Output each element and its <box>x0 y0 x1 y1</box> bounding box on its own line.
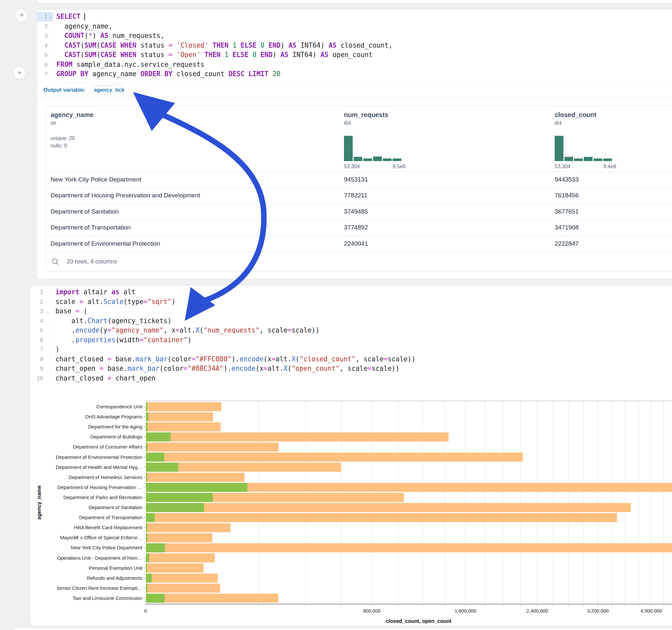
column-header-agency_name[interactable]: agency_namestrunique: 20nulls: 0 <box>46 106 339 171</box>
x-tick-label: 1,600,000 <box>455 608 476 613</box>
open-count-bar[interactable] <box>146 493 213 502</box>
output-variable-row: Output variable: agency_tickets <box>37 83 672 97</box>
closed-count-bar[interactable] <box>146 402 221 411</box>
table-header-row: agency_namestrunique: 20nulls: 0num_requ… <box>46 106 672 171</box>
line-number: 7 <box>30 345 50 355</box>
output-variable-label: Output variable: <box>44 87 86 93</box>
table-cell: Department of Sanitation <box>46 204 339 220</box>
closed-count-bar[interactable] <box>146 574 218 583</box>
open-count-bar[interactable] <box>146 584 147 593</box>
closed-count-bar[interactable] <box>146 584 220 593</box>
code-line[interactable]: 2scale = alt.Scale(type="sqrt") <box>30 297 672 307</box>
code-line[interactable]: 6 .properties(width="container") <box>30 335 672 345</box>
open-count-bar[interactable] <box>146 473 147 482</box>
code-text: chart_closed = base.mark_bar(color="#FFC… <box>50 355 415 364</box>
search-icon[interactable] <box>51 258 59 266</box>
closed-count-bar[interactable] <box>146 442 279 452</box>
y-axis-label: Taxi and Limousine Commission <box>73 595 142 601</box>
closed-count-bar[interactable] <box>146 432 449 441</box>
column-type: i64 <box>555 120 672 126</box>
open-count-bar[interactable] <box>146 513 154 522</box>
closed-count-bar[interactable] <box>146 533 212 542</box>
histogram-bar <box>603 159 612 161</box>
collapse-chevron-icon[interactable]: ⌄ <box>49 12 52 22</box>
code-line[interactable]: 10chart_closed + chart_open <box>30 374 672 383</box>
table-cell: 3774892 <box>339 220 550 236</box>
histogram-range-labels: 53,3049.4e6 <box>555 164 616 169</box>
closed-count-bar[interactable] <box>146 563 203 573</box>
histogram-bar <box>555 136 563 161</box>
code-line[interactable]: 4 CAST(SUM(CASE WHEN status = 'Closed' T… <box>37 41 672 51</box>
column-header-num_requests[interactable]: num_requestsi6453,3049.5e6 <box>339 106 550 171</box>
open-count-bar[interactable] <box>146 574 152 583</box>
open-count-bar[interactable] <box>146 554 149 563</box>
code-line[interactable]: 5 CAST(SUM(CASE WHEN status = 'Open' THE… <box>37 50 672 60</box>
line-number: 1 <box>30 287 50 297</box>
output-variable-pill[interactable]: agency_tickets <box>90 86 124 94</box>
code-line[interactable]: 3 COUNT(*) AS num_requests, <box>37 31 672 41</box>
open-count-bar[interactable] <box>146 533 147 542</box>
open-count-bar[interactable] <box>146 422 147 431</box>
column-header-closed_count[interactable]: closed_counti6453,3049.4e6 <box>550 106 672 171</box>
open-count-bar[interactable] <box>146 402 147 411</box>
python-code-editor[interactable]: 1import altair as alt2scale = alt.Scale(… <box>30 286 672 387</box>
closed-count-bar[interactable] <box>146 554 215 563</box>
closed-count-bar[interactable] <box>146 412 213 421</box>
open-count-bar[interactable] <box>146 523 147 532</box>
add-cell-button[interactable]: + <box>15 9 28 22</box>
closed-count-bar[interactable] <box>146 594 278 603</box>
closed-count-bar[interactable] <box>146 543 672 552</box>
code-line[interactable]: 1⌄SELECT <box>37 12 672 22</box>
table-cell: 2222847 <box>550 236 672 252</box>
y-axis-label: Personal Exemption Unit <box>89 565 143 571</box>
open-count-bar[interactable] <box>146 563 147 573</box>
table-row[interactable]: Department of Housing Preservation and D… <box>46 187 672 203</box>
y-axis-label: Department of Transportation <box>79 515 142 520</box>
closed-count-bar[interactable] <box>146 513 617 522</box>
code-line[interactable]: 1import altair as alt <box>30 287 672 297</box>
altair-chart: Correspondence UnitDHS Advantage Program… <box>30 398 672 626</box>
open-count-bar[interactable] <box>146 594 165 603</box>
open-count-bar[interactable] <box>146 543 165 552</box>
code-line[interactable]: 7GROUP BY agency_name ORDER BY closed_co… <box>37 69 672 79</box>
line-number: 3⌄ <box>30 307 50 316</box>
table-footer: 20 rows, 4 columns <box>46 251 672 272</box>
previous-cell-edge <box>37 0 672 3</box>
code-line[interactable]: 4 alt.Chart(agency_tickets) <box>30 316 672 326</box>
open-count-bar[interactable] <box>146 483 247 492</box>
open-count-bar[interactable] <box>146 432 170 441</box>
collapse-chevron-icon[interactable]: ⌄ <box>46 307 50 317</box>
add-cell-button[interactable]: + <box>13 67 26 79</box>
table-row[interactable]: Department of Environmental Protection22… <box>46 236 672 252</box>
y-axis-label: Department of Environmental Protection <box>56 454 142 460</box>
code-text: base = ( <box>50 307 88 316</box>
code-line[interactable]: 9chart_open = base.mark_bar(color="#8BC3… <box>30 364 672 374</box>
code-line[interactable]: 2 agency_name, <box>37 22 672 31</box>
open-count-bar[interactable] <box>146 442 147 452</box>
closed-count-bar[interactable] <box>146 523 231 532</box>
sql-code-editor[interactable]: 1⌄SELECT 2 agency_name,3 COUNT(*) AS num… <box>37 10 672 83</box>
closed-count-bar[interactable] <box>146 453 523 462</box>
code-line[interactable]: 5 .encode(y="agency_name", x=alt.X("num_… <box>30 326 672 335</box>
code-line[interactable]: 7) <box>30 345 672 355</box>
open-count-bar[interactable] <box>146 453 164 462</box>
open-count-bar[interactable] <box>146 503 204 512</box>
table-row[interactable]: Department of Transportation377489234719… <box>46 219 672 236</box>
code-text: .properties(width="container") <box>50 335 192 345</box>
open-count-bar[interactable] <box>146 463 178 472</box>
code-line[interactable]: 6FROM sample_data.nyc.service_requests <box>37 60 672 70</box>
table-cell: 7618456 <box>550 188 672 203</box>
closed-count-bar[interactable] <box>146 503 631 512</box>
y-axis-label: Operations Unit - Department of Hom… <box>57 555 142 561</box>
y-axis-title: agency_name <box>36 485 42 519</box>
table-cell: Department of Housing Preservation and D… <box>46 188 339 203</box>
histogram-bar <box>383 159 391 161</box>
table-row[interactable]: Department of Sanitation37494853677651 <box>46 203 672 220</box>
closed-count-bar[interactable] <box>146 422 221 431</box>
closed-count-bar[interactable] <box>146 473 244 482</box>
line-number: 8 <box>30 355 50 364</box>
table-row[interactable]: New York City Police Department945313194… <box>46 171 672 188</box>
code-line[interactable]: 8chart_closed = base.mark_bar(color="#FF… <box>30 355 672 364</box>
code-line[interactable]: 3⌄base = ( <box>30 307 672 316</box>
open-count-bar[interactable] <box>146 412 148 421</box>
